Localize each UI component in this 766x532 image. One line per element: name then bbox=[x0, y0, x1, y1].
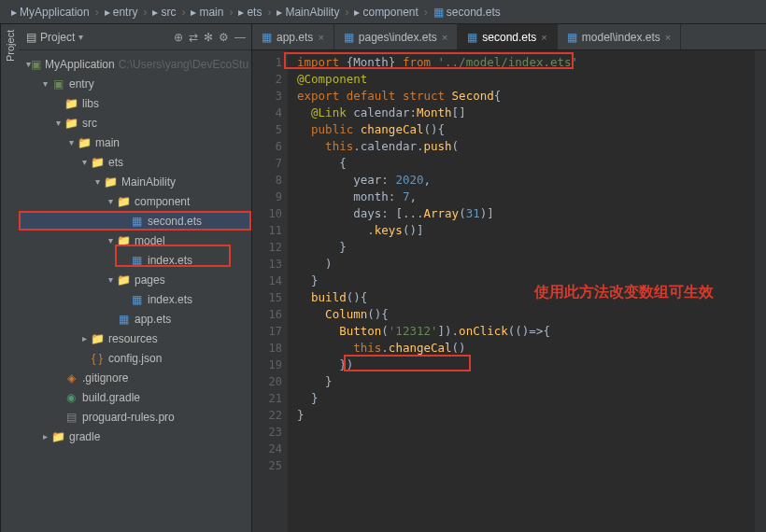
sidebar-tool-icon[interactable]: ⚙ bbox=[219, 31, 229, 44]
tree-node[interactable]: { }config.json bbox=[19, 348, 251, 368]
sidebar-tool-icon[interactable]: ⇄ bbox=[189, 31, 198, 44]
code-line[interactable]: ) bbox=[297, 256, 755, 273]
tree-node[interactable]: ▤proguard-rules.pro bbox=[19, 407, 251, 427]
token-default bbox=[297, 139, 325, 153]
code-line[interactable]: import {Month} from '../model/index.ets' bbox=[297, 54, 755, 71]
breadcrumb-separator: › bbox=[141, 6, 149, 19]
tree-node[interactable]: ▾▣MyApplication C:\Users\yang\DevEcoStu bbox=[19, 54, 251, 74]
editor-tab[interactable]: ▦model\index.ets× bbox=[558, 24, 681, 49]
tree-node[interactable]: 📁libs bbox=[19, 93, 251, 113]
code-line[interactable]: @Component bbox=[297, 71, 755, 88]
project-view-selector[interactable]: ▤ Project ▾ bbox=[26, 31, 83, 44]
tab-label: second.ets bbox=[482, 31, 536, 44]
close-icon[interactable]: × bbox=[665, 32, 671, 43]
tree-node-label: index.ets bbox=[144, 293, 192, 306]
tree-node[interactable]: ▦second.ets bbox=[19, 211, 251, 231]
breadcrumb-item[interactable]: ▸main bbox=[187, 6, 227, 19]
close-icon[interactable]: × bbox=[318, 32, 323, 43]
token-punct: [] bbox=[452, 105, 466, 119]
code-line[interactable]: this.calendar.push( bbox=[297, 138, 755, 155]
tree-node[interactable]: ▦index.ets bbox=[19, 289, 251, 309]
token-id: month bbox=[353, 189, 389, 203]
project-view-label: Project bbox=[40, 31, 75, 44]
tree-node[interactable]: ▾📁ets bbox=[19, 152, 251, 172]
token-punct: ]). bbox=[438, 324, 460, 338]
token-punct: , bbox=[424, 173, 432, 187]
code-line[interactable]: } bbox=[297, 373, 755, 390]
editor-tab[interactable]: ▦pages\index.ets× bbox=[334, 24, 459, 49]
code-line[interactable]: @Link calendar:Month[] bbox=[297, 105, 755, 121]
token-type: Array bbox=[423, 206, 459, 220]
code-line[interactable]: .keys()] bbox=[297, 222, 755, 239]
token-default bbox=[297, 374, 325, 388]
sidebar-tool-icon[interactable]: ⊕ bbox=[174, 31, 183, 44]
tree-node[interactable]: ▾📁main bbox=[19, 133, 251, 152]
close-icon[interactable]: × bbox=[442, 32, 447, 43]
tree-arrow-icon[interactable]: ▾ bbox=[105, 235, 116, 245]
close-icon[interactable]: × bbox=[541, 32, 546, 43]
tree-node[interactable]: ◉build.gradle bbox=[19, 387, 251, 407]
tree-node[interactable]: ▸📁resources bbox=[19, 329, 251, 348]
tool-window-tab-project[interactable]: Project bbox=[0, 24, 19, 532]
code-line[interactable]: Column(){ bbox=[297, 306, 755, 323]
code-line[interactable]: Button('12312']).onClick(()=>{ bbox=[297, 323, 755, 340]
code-line[interactable]: } bbox=[297, 407, 755, 424]
tree-arrow-icon[interactable]: ▾ bbox=[92, 176, 103, 187]
tree-node[interactable]: ▾▣entry bbox=[19, 74, 251, 93]
breadcrumb-item[interactable]: ▸src bbox=[149, 6, 179, 19]
breadcrumb-item[interactable]: ▸MyApplication bbox=[7, 6, 93, 19]
tree-node[interactable]: ▸📁gradle bbox=[19, 427, 251, 446]
code-line[interactable]: { bbox=[297, 155, 755, 172]
token-ann: @Component bbox=[297, 72, 367, 86]
tree-arrow-icon[interactable]: ▾ bbox=[105, 274, 116, 285]
code-line[interactable]: year: 2020, bbox=[297, 172, 755, 189]
editor-scrollbar[interactable] bbox=[755, 50, 766, 532]
tree-node[interactable]: ▾📁component bbox=[19, 191, 251, 211]
tree-node[interactable]: ▦app.ets bbox=[19, 309, 251, 329]
tree-node-label: component bbox=[131, 195, 190, 208]
project-tree[interactable]: ▾▣MyApplication C:\Users\yang\DevEcoStu▾… bbox=[19, 50, 251, 532]
code-line[interactable]: public changeCal(){ bbox=[297, 121, 755, 138]
breadcrumb-item[interactable]: ▸ets bbox=[234, 6, 265, 19]
token-punct: ()] bbox=[403, 223, 424, 237]
tree-arrow-icon[interactable]: ▾ bbox=[39, 78, 50, 89]
tree-arrow-icon[interactable]: ▸ bbox=[39, 431, 50, 441]
tree-node[interactable]: ▾📁src bbox=[19, 113, 251, 133]
code-line[interactable]: month: 7, bbox=[297, 189, 755, 205]
code-line[interactable]: }) bbox=[297, 357, 755, 373]
breadcrumb-item[interactable]: ▸component bbox=[350, 6, 421, 19]
token-kw: import bbox=[297, 55, 347, 69]
tree-arrow-icon[interactable]: ▾ bbox=[65, 137, 77, 147]
token-punct: . bbox=[417, 139, 424, 153]
token-punct: } bbox=[325, 374, 333, 388]
breadcrumb[interactable]: ▸MyApplication›▸entry›▸src›▸main›▸ets›▸M… bbox=[0, 0, 766, 24]
breadcrumb-item[interactable]: ▸entry bbox=[101, 6, 142, 19]
folder-icon: 📁 bbox=[116, 234, 131, 247]
folder-icon: 📁 bbox=[64, 117, 78, 130]
code-line[interactable]: this.changeCal() bbox=[297, 340, 755, 357]
code-line[interactable]: } bbox=[297, 239, 755, 256]
editor-tab[interactable]: ▦app.ets× bbox=[252, 24, 334, 49]
code-editor[interactable]: import {Month} from '../model/index.ets'… bbox=[288, 50, 755, 532]
token-ann: @Link bbox=[311, 105, 347, 119]
editor-tab[interactable]: ▦second.ets× bbox=[458, 24, 557, 49]
tree-node[interactable]: ▾📁MainAbility bbox=[19, 172, 251, 191]
code-line[interactable]: export default struct Second{ bbox=[297, 88, 755, 105]
sidebar-tool-icon[interactable]: ✻ bbox=[204, 31, 213, 44]
tree-node[interactable]: ▾📁model bbox=[19, 231, 251, 250]
tree-arrow-icon[interactable]: ▸ bbox=[78, 333, 90, 343]
breadcrumb-item[interactable]: ▦second.ets bbox=[430, 6, 504, 19]
sidebar-tool-icon[interactable]: — bbox=[234, 31, 246, 44]
code-line[interactable]: } bbox=[297, 390, 755, 407]
breadcrumb-label: src bbox=[161, 6, 176, 19]
tree-arrow-icon[interactable]: ▾ bbox=[78, 157, 90, 167]
code-line[interactable]: days: [...Array(31)] bbox=[297, 205, 755, 222]
tree-arrow-icon[interactable]: ▾ bbox=[105, 196, 116, 206]
token-id: Month bbox=[353, 55, 389, 69]
tree-node[interactable]: ▾📁pages bbox=[19, 270, 251, 289]
tree-node[interactable]: ▦index.ets bbox=[19, 250, 251, 270]
tree-node[interactable]: ◈.gitignore bbox=[19, 368, 251, 387]
tree-arrow-icon[interactable]: ▾ bbox=[52, 118, 64, 128]
tab-label: model\index.ets bbox=[582, 31, 660, 44]
breadcrumb-item[interactable]: ▸MainAbility bbox=[273, 6, 343, 19]
